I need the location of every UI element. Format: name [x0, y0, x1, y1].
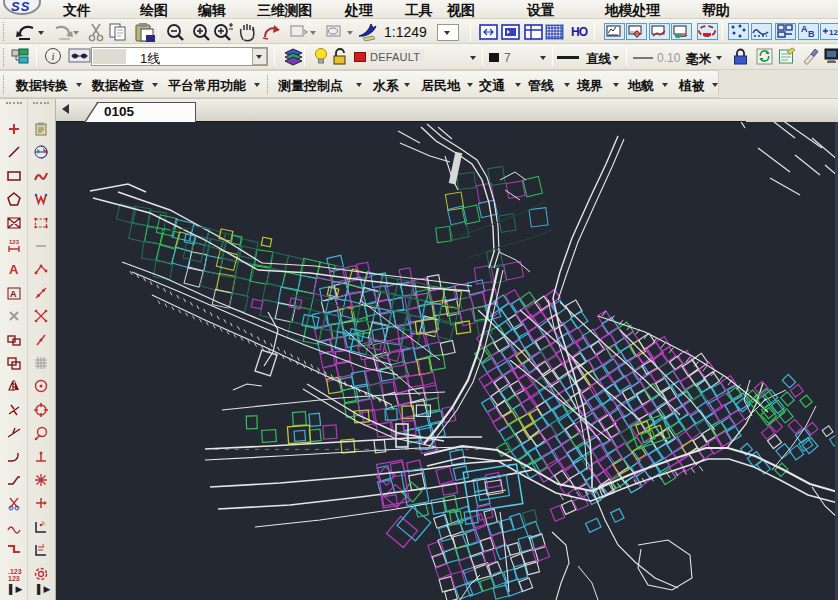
- svg-text:123: 123: [8, 575, 20, 582]
- svg-text:B: B: [808, 29, 815, 39]
- svg-text:A: A: [9, 262, 19, 277]
- svg-text:x: x: [42, 542, 45, 548]
- svg-text:.123: .123: [8, 568, 22, 575]
- svg-text:A: A: [801, 24, 808, 34]
- svg-text:123: 123: [9, 239, 20, 245]
- svg-text:b: b: [42, 520, 45, 526]
- svg-text:A: A: [10, 289, 17, 299]
- svg-text:123: 123: [829, 28, 838, 37]
